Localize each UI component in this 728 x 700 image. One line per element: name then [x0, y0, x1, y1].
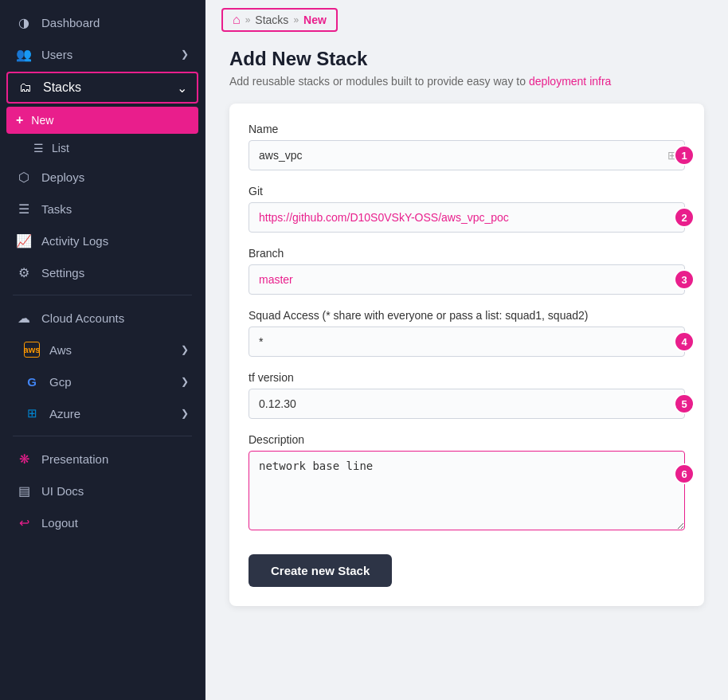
- sidebar-tasks-label: Tasks: [41, 202, 72, 216]
- dashboard-icon: ◑: [16, 14, 32, 30]
- sidebar-activity-label: Activity Logs: [41, 234, 108, 248]
- create-stack-button[interactable]: Create new Stack: [249, 554, 392, 587]
- sidebar-ui-docs-label: UI Docs: [41, 484, 84, 498]
- description-textarea[interactable]: network base line: [249, 451, 685, 530]
- stacks-list-label: List: [52, 142, 69, 154]
- sidebar-item-activity-logs[interactable]: 📈 Activity Logs: [0, 225, 205, 256]
- breadcrumb-pill: ⌂ » Stacks » New: [221, 8, 338, 32]
- description-textarea-wrapper: network base line 6: [249, 451, 685, 534]
- subtitle-text: Add reusable stacks or modules built to …: [229, 75, 526, 88]
- page-subtitle: Add reusable stacks or modules built to …: [229, 75, 704, 88]
- home-icon[interactable]: ⌂: [233, 13, 241, 27]
- sidebar-users-label: Users: [41, 48, 72, 61]
- sidebar-cloud-label: Cloud Accounts: [41, 311, 124, 325]
- sidebar-item-aws[interactable]: aws Aws ❯: [0, 334, 205, 366]
- logout-icon: ↩: [16, 514, 32, 530]
- name-input[interactable]: [249, 140, 685, 170]
- tf-version-label: tf version: [249, 371, 685, 384]
- description-badge: 6: [674, 463, 695, 484]
- git-badge: 2: [674, 207, 695, 228]
- name-label: Name: [249, 123, 685, 135]
- description-field-group: Description network base line 6: [249, 433, 685, 534]
- tasks-icon: ☰: [16, 201, 32, 217]
- sidebar-presentation-label: Presentation: [41, 452, 108, 466]
- branch-label: Branch: [249, 247, 685, 260]
- description-label: Description: [249, 433, 685, 446]
- squad-access-badge: 4: [674, 331, 695, 352]
- list-icon: ☰: [33, 142, 44, 154]
- sidebar-item-settings[interactable]: ⚙ Settings: [0, 256, 205, 288]
- git-input-wrapper: 2: [249, 202, 685, 233]
- sidebar-item-logout[interactable]: ↩ Logout: [0, 506, 205, 538]
- sidebar: ◑ Dashboard 👥 Users ❯ 🗂 Stacks ⌄ + New ☰…: [0, 0, 205, 700]
- subtitle-link[interactable]: deployment infra: [529, 75, 612, 88]
- branch-input[interactable]: [249, 264, 685, 295]
- page-title: Add New Stack: [229, 48, 704, 70]
- stacks-chevron-icon: ⌄: [177, 80, 187, 96]
- sidebar-item-ui-docs[interactable]: ▤ UI Docs: [0, 475, 205, 506]
- sidebar-gcp-label: Gcp: [49, 375, 72, 389]
- breadcrumb-sep-1: »: [245, 14, 251, 25]
- breadcrumb-sep-2: »: [293, 14, 299, 25]
- tf-version-field-group: tf version 5: [249, 371, 685, 419]
- sidebar-logout-label: Logout: [41, 516, 78, 530]
- azure-icon: ⊞: [24, 405, 40, 421]
- sidebar-item-users[interactable]: 👥 Users ❯: [0, 38, 205, 70]
- settings-icon: ⚙: [16, 264, 32, 280]
- sidebar-aws-label: Aws: [49, 343, 72, 357]
- form-card: Name ⊞ 1 Git 2 Branch: [229, 104, 704, 606]
- tf-version-input-wrapper: 5: [249, 389, 685, 419]
- aws-chevron-icon: ❯: [181, 344, 189, 355]
- git-label: Git: [249, 185, 685, 197]
- branch-input-wrapper: 3: [249, 264, 685, 295]
- squad-access-input[interactable]: [249, 327, 685, 357]
- squad-access-field-group: Squad Access (* share with everyone or p…: [249, 309, 685, 357]
- users-icon: 👥: [16, 46, 32, 62]
- branch-badge: 3: [674, 269, 695, 290]
- sidebar-settings-label: Settings: [41, 266, 84, 280]
- breadcrumb: ⌂ » Stacks » New: [205, 0, 728, 40]
- name-field-group: Name ⊞ 1: [249, 123, 685, 170]
- squad-access-label: Squad Access (* share with everyone or p…: [249, 309, 685, 322]
- ui-docs-icon: ▤: [16, 483, 32, 499]
- squad-access-input-wrapper: 4: [249, 327, 685, 357]
- breadcrumb-new: New: [303, 14, 327, 26]
- gcp-icon: G: [24, 373, 40, 389]
- sidebar-deploys-label: Deploys: [41, 170, 84, 184]
- git-field-group: Git 2: [249, 185, 685, 233]
- sidebar-item-dashboard[interactable]: ◑ Dashboard: [0, 6, 205, 38]
- sidebar-item-tasks[interactable]: ☰ Tasks: [0, 193, 205, 225]
- gcp-chevron-icon: ❯: [181, 376, 189, 387]
- deploys-icon: ⬡: [16, 169, 32, 185]
- aws-icon: aws: [24, 342, 40, 358]
- stacks-new-label: New: [31, 114, 53, 127]
- sidebar-divider-2: [13, 436, 192, 436]
- branch-field-group: Branch 3: [249, 247, 685, 295]
- sidebar-item-stacks-new[interactable]: + New: [6, 107, 198, 134]
- sidebar-item-deploys[interactable]: ⬡ Deploys: [0, 161, 205, 193]
- activity-icon: 📈: [16, 233, 32, 248]
- sidebar-item-cloud-accounts[interactable]: ☁ Cloud Accounts: [0, 302, 205, 334]
- azure-chevron-icon: ❯: [181, 408, 189, 419]
- form-container: Add New Stack Add reusable stacks or mod…: [205, 40, 728, 630]
- sidebar-item-stacks[interactable]: 🗂 Stacks ⌄: [6, 72, 198, 104]
- sidebar-item-stacks-list[interactable]: ☰ List: [0, 135, 205, 161]
- tf-version-input[interactable]: [249, 389, 685, 419]
- main-content: ⌂ » Stacks » New Add New Stack Add reusa…: [205, 0, 728, 700]
- cloud-icon: ☁: [16, 310, 32, 326]
- sidebar-item-azure[interactable]: ⊞ Azure ❯: [0, 397, 205, 429]
- users-chevron-icon: ❯: [181, 49, 189, 60]
- sidebar-azure-label: Azure: [49, 407, 80, 420]
- breadcrumb-stacks[interactable]: Stacks: [255, 14, 288, 26]
- name-input-wrapper: ⊞ 1: [249, 140, 685, 170]
- sidebar-divider-1: [13, 295, 192, 295]
- git-input[interactable]: [249, 202, 685, 233]
- presentation-icon: ❋: [16, 451, 32, 467]
- new-plus-icon: +: [16, 113, 23, 127]
- stacks-icon: 🗂: [18, 80, 33, 96]
- sidebar-item-presentation[interactable]: ❋ Presentation: [0, 443, 205, 475]
- sidebar-dashboard-label: Dashboard: [41, 16, 100, 29]
- sidebar-item-gcp[interactable]: G Gcp ❯: [0, 366, 205, 397]
- tf-version-badge: 5: [674, 393, 695, 414]
- sidebar-stacks-label: Stacks: [43, 80, 81, 95]
